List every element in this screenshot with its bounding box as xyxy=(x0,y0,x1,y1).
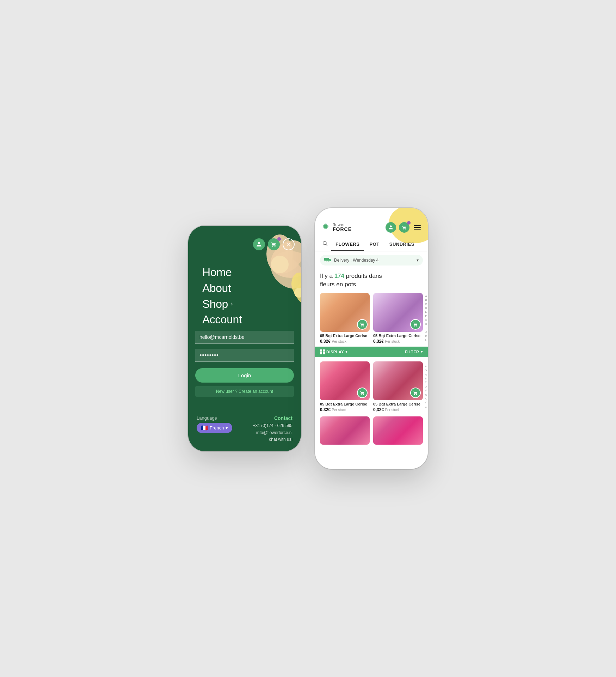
alpha-g[interactable]: G xyxy=(425,318,427,322)
alpha-s[interactable]: S xyxy=(424,377,427,380)
product-name-4: 05 Bqt Extra Large Cerise xyxy=(373,402,423,407)
shop-header-icons xyxy=(386,222,422,233)
language-selector[interactable]: 🇫🇷 French ▾ xyxy=(197,423,232,433)
logo-flower-icon xyxy=(321,221,331,233)
alpha-j[interactable]: J xyxy=(425,330,427,334)
user-icon-button[interactable] xyxy=(253,238,265,250)
new-user-bar: New user ? Create an account xyxy=(195,386,294,397)
logo-text: flower FORCE xyxy=(333,222,352,232)
product-name-2: 05 Bqt Extra Large Cerise xyxy=(373,333,423,338)
product-card-4: 05 Bqt Extra Large Cerise 0,32€ Per stuc… xyxy=(373,361,423,412)
tab-flowers[interactable]: FLOWERS xyxy=(331,238,364,250)
login-footer: Language 🇫🇷 French ▾ Contact +31 (0)174 … xyxy=(197,415,292,443)
shop-dropdown-arrow: › xyxy=(231,299,233,308)
tab-sundries[interactable]: SUNDRIES xyxy=(385,238,419,250)
filter-button[interactable]: FILTER ▾ xyxy=(405,349,423,354)
product-card-1: 05 Bqt Extra Large Cerise 0,32€ Per stuc… xyxy=(320,293,370,344)
alpha-w[interactable]: W xyxy=(424,393,427,397)
product-price-3: 0,32€ Per stuck xyxy=(320,407,370,412)
phone2-notch xyxy=(350,208,393,218)
close-icon: ✕ xyxy=(287,242,291,247)
alpha-h[interactable]: H xyxy=(425,323,427,326)
svg-point-7 xyxy=(293,285,301,303)
alphabet-scroll-2: P Q R S T U V W X Y Z xyxy=(424,359,427,415)
alpha-u[interactable]: U xyxy=(424,385,427,389)
svg-point-2 xyxy=(271,251,301,278)
contact-email[interactable]: info@flowerforce.nl xyxy=(253,429,292,436)
display-arrow: ▾ xyxy=(345,349,348,354)
logo-force-text: FORCE xyxy=(333,227,352,232)
contact-label: Contact xyxy=(253,415,292,421)
nav-shop[interactable]: Shop › xyxy=(202,296,242,312)
alpha-t[interactable]: T xyxy=(424,381,427,384)
product-card-2: 05 Bqt Extra Large Cerise 0,32€ Per stuc… xyxy=(373,293,423,344)
alpha-i[interactable]: I xyxy=(425,327,427,330)
add-to-cart-1[interactable] xyxy=(357,319,368,330)
svg-line-15 xyxy=(326,244,327,246)
phone-login-inner: ✕ xyxy=(188,226,301,451)
alphabet-scroll: A B C D E F G H I J K L xyxy=(425,290,427,347)
login-form: Login New user ? Create an account xyxy=(195,331,294,397)
svg-point-4 xyxy=(271,256,289,273)
add-to-cart-4[interactable] xyxy=(410,388,421,398)
french-flag-icon: 🇫🇷 xyxy=(201,425,208,431)
delivery-dropdown-arrow[interactable]: ▾ xyxy=(417,258,419,263)
product-card-5 xyxy=(320,416,370,445)
product-price-2: 0,32€ Per stuck xyxy=(373,339,423,344)
alpha-c[interactable]: C xyxy=(425,303,427,306)
alpha-p[interactable]: P xyxy=(424,365,427,368)
cart-icon-button[interactable] xyxy=(268,238,280,250)
grid-icon xyxy=(320,349,325,354)
shop-nav: FLOWERS POT SUNDRIES xyxy=(315,237,428,251)
close-icon-button[interactable]: ✕ xyxy=(283,238,295,250)
cart-count-badge xyxy=(407,221,411,225)
alpha-d[interactable]: D xyxy=(425,306,427,310)
filter-arrow: ▾ xyxy=(421,349,423,354)
alpha-z[interactable]: Z xyxy=(424,405,427,409)
alpha-x[interactable]: X xyxy=(424,397,427,401)
display-filter-bar: DISPLAY ▾ FILTER ▾ xyxy=(315,347,428,357)
hamburger-line-1 xyxy=(414,225,421,226)
create-account-link[interactable]: Create an account xyxy=(239,389,273,394)
product-image-5 xyxy=(320,416,370,445)
nav-home[interactable]: Home xyxy=(202,264,242,280)
add-to-cart-2[interactable] xyxy=(410,319,421,330)
delivery-bar: Delivery : Wendesday 4 ▾ xyxy=(320,255,423,266)
nav-account[interactable]: Account xyxy=(202,312,242,328)
alpha-b[interactable]: B xyxy=(425,298,427,302)
alpha-v[interactable]: V xyxy=(424,389,427,392)
contact-chat[interactable]: chat with us! xyxy=(253,436,292,443)
search-tab[interactable] xyxy=(320,237,330,251)
alpha-l[interactable]: L xyxy=(425,338,427,342)
language-label: Language xyxy=(197,415,232,421)
password-input[interactable] xyxy=(195,349,294,362)
alpha-r[interactable]: R xyxy=(424,373,427,377)
shop-user-button[interactable] xyxy=(386,222,396,233)
email-input[interactable] xyxy=(195,331,294,344)
product-grid-top: 05 Bqt Extra Large Cerise 0,32€ Per stuc… xyxy=(315,290,428,347)
language-value: French xyxy=(210,425,224,431)
login-button[interactable]: Login xyxy=(195,368,294,383)
alpha-q[interactable]: Q xyxy=(424,369,427,372)
product-count-heading: Il y a 174 produits dansfleurs en pots xyxy=(315,269,428,290)
login-header-icons: ✕ xyxy=(253,238,295,250)
svg-point-14 xyxy=(323,242,326,245)
contact-phone[interactable]: +31 (0)174 - 626 595 xyxy=(253,422,292,429)
svg-point-8 xyxy=(294,288,301,298)
nav-about[interactable]: About xyxy=(202,280,242,296)
alpha-k[interactable]: K xyxy=(425,335,427,338)
count-number: 174 xyxy=(334,273,344,279)
product-name-3: 05 Bqt Extra Large Cerise xyxy=(320,402,370,407)
delivery-text: Delivery : Wendesday 4 xyxy=(334,258,414,263)
alpha-e[interactable]: E xyxy=(425,310,427,314)
product-name-1: 05 Bqt Extra Large Cerise xyxy=(320,333,370,338)
alpha-a[interactable]: A xyxy=(425,294,427,298)
alpha-y[interactable]: Y xyxy=(424,401,427,404)
nav-menu: Home About Shop › Account xyxy=(202,264,242,328)
display-button[interactable]: DISPLAY ▾ xyxy=(320,349,348,354)
alpha-f[interactable]: F xyxy=(425,315,427,318)
add-to-cart-3[interactable] xyxy=(357,388,368,398)
hamburger-menu-button[interactable] xyxy=(412,224,422,231)
shop-cart-button[interactable] xyxy=(399,222,409,233)
tab-pot[interactable]: POT xyxy=(365,238,384,250)
